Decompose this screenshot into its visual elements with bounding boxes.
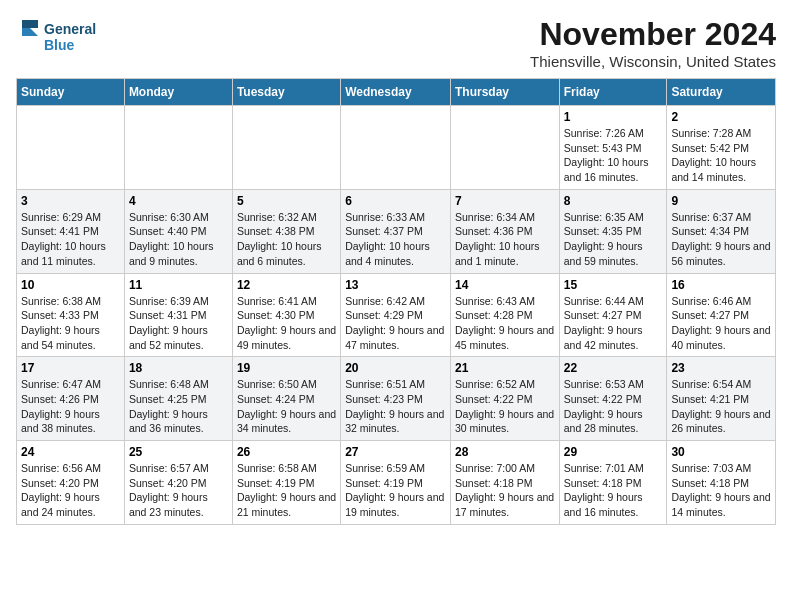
calendar-cell: 13Sunrise: 6:42 AM Sunset: 4:29 PM Dayli… [341, 273, 451, 357]
calendar-cell: 28Sunrise: 7:00 AM Sunset: 4:18 PM Dayli… [450, 441, 559, 525]
calendar-cell: 2Sunrise: 7:28 AM Sunset: 5:42 PM Daylig… [667, 106, 776, 190]
calendar-cell [341, 106, 451, 190]
day-number: 24 [21, 445, 120, 459]
day-info: Sunrise: 7:03 AM Sunset: 4:18 PM Dayligh… [671, 461, 771, 520]
day-info: Sunrise: 6:33 AM Sunset: 4:37 PM Dayligh… [345, 210, 446, 269]
day-info: Sunrise: 6:52 AM Sunset: 4:22 PM Dayligh… [455, 377, 555, 436]
day-info: Sunrise: 6:51 AM Sunset: 4:23 PM Dayligh… [345, 377, 446, 436]
day-number: 3 [21, 194, 120, 208]
day-number: 27 [345, 445, 446, 459]
day-info: Sunrise: 6:57 AM Sunset: 4:20 PM Dayligh… [129, 461, 228, 520]
day-info: Sunrise: 6:39 AM Sunset: 4:31 PM Dayligh… [129, 294, 228, 353]
day-number: 5 [237, 194, 336, 208]
day-number: 17 [21, 361, 120, 375]
calendar-week-1: 1Sunrise: 7:26 AM Sunset: 5:43 PM Daylig… [17, 106, 776, 190]
day-info: Sunrise: 7:00 AM Sunset: 4:18 PM Dayligh… [455, 461, 555, 520]
day-info: Sunrise: 6:38 AM Sunset: 4:33 PM Dayligh… [21, 294, 120, 353]
day-number: 29 [564, 445, 663, 459]
calendar-cell: 26Sunrise: 6:58 AM Sunset: 4:19 PM Dayli… [232, 441, 340, 525]
day-info: Sunrise: 6:53 AM Sunset: 4:22 PM Dayligh… [564, 377, 663, 436]
day-info: Sunrise: 7:26 AM Sunset: 5:43 PM Dayligh… [564, 126, 663, 185]
calendar-cell [232, 106, 340, 190]
calendar-cell: 11Sunrise: 6:39 AM Sunset: 4:31 PM Dayli… [124, 273, 232, 357]
header: GeneralBlue November 2024 Thiensville, W… [16, 16, 776, 70]
calendar-cell: 19Sunrise: 6:50 AM Sunset: 4:24 PM Dayli… [232, 357, 340, 441]
day-number: 2 [671, 110, 771, 124]
day-number: 30 [671, 445, 771, 459]
calendar-cell: 29Sunrise: 7:01 AM Sunset: 4:18 PM Dayli… [559, 441, 667, 525]
day-number: 6 [345, 194, 446, 208]
logo: GeneralBlue [16, 16, 96, 58]
day-info: Sunrise: 6:48 AM Sunset: 4:25 PM Dayligh… [129, 377, 228, 436]
day-number: 14 [455, 278, 555, 292]
column-header-saturday: Saturday [667, 79, 776, 106]
day-number: 21 [455, 361, 555, 375]
day-info: Sunrise: 6:37 AM Sunset: 4:34 PM Dayligh… [671, 210, 771, 269]
calendar-week-3: 10Sunrise: 6:38 AM Sunset: 4:33 PM Dayli… [17, 273, 776, 357]
day-number: 10 [21, 278, 120, 292]
svg-text:General: General [44, 21, 96, 37]
day-info: Sunrise: 7:28 AM Sunset: 5:42 PM Dayligh… [671, 126, 771, 185]
svg-rect-3 [22, 20, 38, 28]
month-title: November 2024 [530, 16, 776, 53]
day-number: 7 [455, 194, 555, 208]
calendar-cell: 27Sunrise: 6:59 AM Sunset: 4:19 PM Dayli… [341, 441, 451, 525]
day-info: Sunrise: 6:29 AM Sunset: 4:41 PM Dayligh… [21, 210, 120, 269]
day-info: Sunrise: 6:35 AM Sunset: 4:35 PM Dayligh… [564, 210, 663, 269]
column-header-friday: Friday [559, 79, 667, 106]
calendar-cell: 9Sunrise: 6:37 AM Sunset: 4:34 PM Daylig… [667, 189, 776, 273]
day-number: 18 [129, 361, 228, 375]
column-header-wednesday: Wednesday [341, 79, 451, 106]
day-info: Sunrise: 7:01 AM Sunset: 4:18 PM Dayligh… [564, 461, 663, 520]
calendar-cell: 5Sunrise: 6:32 AM Sunset: 4:38 PM Daylig… [232, 189, 340, 273]
day-info: Sunrise: 6:54 AM Sunset: 4:21 PM Dayligh… [671, 377, 771, 436]
day-number: 1 [564, 110, 663, 124]
calendar-cell: 23Sunrise: 6:54 AM Sunset: 4:21 PM Dayli… [667, 357, 776, 441]
column-header-monday: Monday [124, 79, 232, 106]
svg-text:Blue: Blue [44, 37, 75, 53]
calendar-cell: 24Sunrise: 6:56 AM Sunset: 4:20 PM Dayli… [17, 441, 125, 525]
day-number: 13 [345, 278, 446, 292]
column-header-tuesday: Tuesday [232, 79, 340, 106]
day-info: Sunrise: 6:43 AM Sunset: 4:28 PM Dayligh… [455, 294, 555, 353]
calendar-cell: 21Sunrise: 6:52 AM Sunset: 4:22 PM Dayli… [450, 357, 559, 441]
logo-svg: GeneralBlue [16, 16, 96, 58]
day-number: 20 [345, 361, 446, 375]
column-header-thursday: Thursday [450, 79, 559, 106]
calendar-cell: 4Sunrise: 6:30 AM Sunset: 4:40 PM Daylig… [124, 189, 232, 273]
calendar-cell: 22Sunrise: 6:53 AM Sunset: 4:22 PM Dayli… [559, 357, 667, 441]
calendar-cell: 20Sunrise: 6:51 AM Sunset: 4:23 PM Dayli… [341, 357, 451, 441]
day-number: 26 [237, 445, 336, 459]
day-number: 22 [564, 361, 663, 375]
calendar-cell: 10Sunrise: 6:38 AM Sunset: 4:33 PM Dayli… [17, 273, 125, 357]
day-info: Sunrise: 6:59 AM Sunset: 4:19 PM Dayligh… [345, 461, 446, 520]
calendar-cell: 14Sunrise: 6:43 AM Sunset: 4:28 PM Dayli… [450, 273, 559, 357]
day-info: Sunrise: 6:42 AM Sunset: 4:29 PM Dayligh… [345, 294, 446, 353]
day-number: 9 [671, 194, 771, 208]
day-number: 25 [129, 445, 228, 459]
day-number: 28 [455, 445, 555, 459]
calendar-cell [17, 106, 125, 190]
day-info: Sunrise: 6:44 AM Sunset: 4:27 PM Dayligh… [564, 294, 663, 353]
day-number: 19 [237, 361, 336, 375]
calendar-cell: 7Sunrise: 6:34 AM Sunset: 4:36 PM Daylig… [450, 189, 559, 273]
calendar-cell: 25Sunrise: 6:57 AM Sunset: 4:20 PM Dayli… [124, 441, 232, 525]
day-number: 11 [129, 278, 228, 292]
calendar-week-5: 24Sunrise: 6:56 AM Sunset: 4:20 PM Dayli… [17, 441, 776, 525]
day-info: Sunrise: 6:50 AM Sunset: 4:24 PM Dayligh… [237, 377, 336, 436]
title-area: November 2024 Thiensville, Wisconsin, Un… [530, 16, 776, 70]
day-info: Sunrise: 6:58 AM Sunset: 4:19 PM Dayligh… [237, 461, 336, 520]
day-number: 15 [564, 278, 663, 292]
day-info: Sunrise: 6:56 AM Sunset: 4:20 PM Dayligh… [21, 461, 120, 520]
calendar-cell: 30Sunrise: 7:03 AM Sunset: 4:18 PM Dayli… [667, 441, 776, 525]
calendar-week-2: 3Sunrise: 6:29 AM Sunset: 4:41 PM Daylig… [17, 189, 776, 273]
day-number: 4 [129, 194, 228, 208]
day-number: 16 [671, 278, 771, 292]
calendar-cell [450, 106, 559, 190]
calendar-week-4: 17Sunrise: 6:47 AM Sunset: 4:26 PM Dayli… [17, 357, 776, 441]
calendar-header-row: SundayMondayTuesdayWednesdayThursdayFrid… [17, 79, 776, 106]
calendar-cell: 12Sunrise: 6:41 AM Sunset: 4:30 PM Dayli… [232, 273, 340, 357]
day-number: 8 [564, 194, 663, 208]
calendar-table: SundayMondayTuesdayWednesdayThursdayFrid… [16, 78, 776, 525]
calendar-cell: 15Sunrise: 6:44 AM Sunset: 4:27 PM Dayli… [559, 273, 667, 357]
